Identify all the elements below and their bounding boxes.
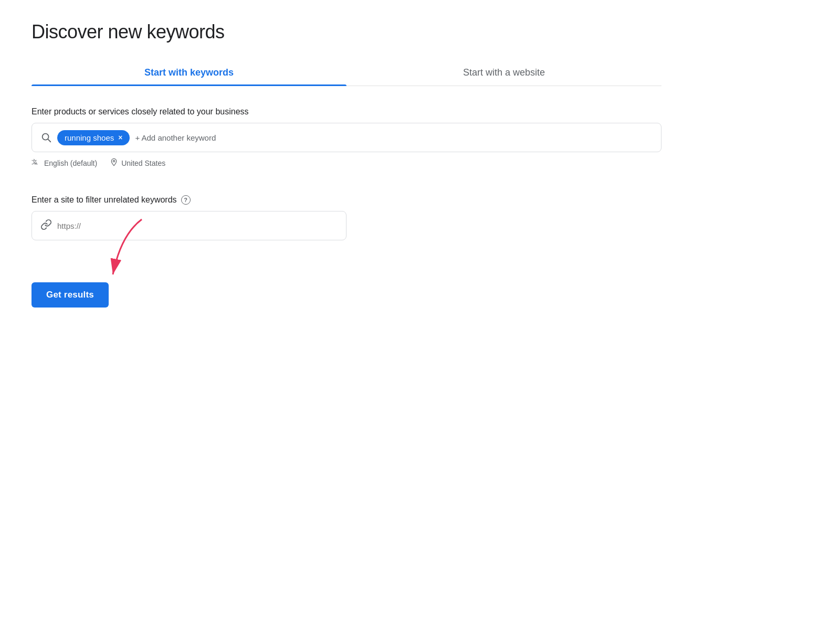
keyword-chip-running-shoes[interactable]: running shoes × [57,130,130,145]
filter-section-label: Enter a site to filter unrelated keyword… [32,195,177,205]
svg-text:A: A [35,161,38,166]
keyword-input-box[interactable]: running shoes × + Add another keyword [32,123,662,152]
tab-start-with-website[interactable]: Start with a website [346,60,662,86]
get-results-section: Get results [32,282,109,308]
page-title: Discover new keywords [32,21,808,43]
link-icon [40,219,52,233]
language-label: English (default) [44,159,97,167]
add-keyword-placeholder[interactable]: + Add another keyword [135,133,216,142]
svg-line-1 [48,139,50,142]
filter-label-row: Enter a site to filter unrelated keyword… [32,195,808,205]
location-pin-icon [110,157,118,169]
meta-row: 文 A English (default) United States [32,157,808,169]
get-results-button[interactable]: Get results [32,282,109,308]
keyword-section-label: Enter products or services closely relat… [32,107,808,116]
language-selector[interactable]: 文 A English (default) [32,157,97,169]
filter-section: Enter a site to filter unrelated keyword… [32,195,808,240]
chip-close-button[interactable]: × [118,134,122,141]
location-selector[interactable]: United States [110,157,165,169]
tabs-container: Start with keywords Start with a website [32,60,662,86]
location-label: United States [121,159,165,167]
help-icon[interactable]: ? [181,195,191,205]
url-input[interactable] [57,221,338,230]
search-icon [40,132,52,143]
translate-icon: 文 A [32,157,41,169]
tab-start-with-keywords[interactable]: Start with keywords [32,60,346,86]
chip-label: running shoes [65,133,114,142]
svg-point-4 [113,160,115,162]
url-input-box[interactable] [32,211,346,240]
